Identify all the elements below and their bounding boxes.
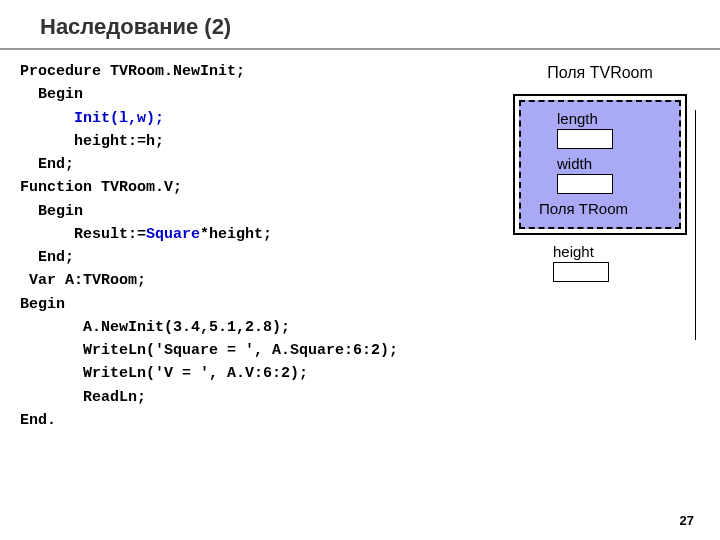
page-number: 27 bbox=[680, 513, 694, 528]
code-line: End. bbox=[20, 412, 56, 429]
code-line: Procedure TVRoom.NewInit; bbox=[20, 63, 245, 80]
code-line: WriteLn('V = ', A.V:6:2); bbox=[20, 365, 308, 382]
troom-box: length width Поля TRoom bbox=[519, 100, 681, 229]
code-line: Var A:TVRoom; bbox=[20, 272, 146, 289]
code-line: WriteLn('Square = ', A.Square:6:2); bbox=[20, 342, 398, 359]
code-line: *height; bbox=[200, 226, 272, 243]
field-label-height: height bbox=[553, 243, 687, 260]
diagram-title: Поля TVRoom bbox=[500, 64, 700, 82]
code-line: A.NewInit(3.4,5.1,2.8); bbox=[20, 319, 290, 336]
code-highlight: Init(l,w); bbox=[74, 110, 164, 127]
field-label-width: width bbox=[557, 155, 669, 172]
code-block: Procedure TVRoom.NewInit; Begin Init(l,w… bbox=[20, 60, 500, 432]
slide-title: Наследование (2) bbox=[0, 0, 720, 50]
code-line: Begin bbox=[20, 86, 83, 103]
tvroom-box: length width Поля TRoom bbox=[513, 94, 687, 235]
code-line: Begin bbox=[20, 296, 65, 313]
troom-label: Поля TRoom bbox=[539, 200, 669, 217]
field-rect bbox=[553, 262, 609, 282]
code-line: ReadLn; bbox=[20, 389, 146, 406]
diagram-area: Поля TVRoom length width Поля TRoom heig… bbox=[500, 60, 700, 432]
right-divider bbox=[695, 110, 696, 340]
code-line: height:=h; bbox=[20, 133, 164, 150]
code-line: End; bbox=[20, 156, 74, 173]
code-line: Begin bbox=[20, 203, 83, 220]
code-line: Function TVRoom.V; bbox=[20, 179, 182, 196]
code-line bbox=[20, 110, 74, 127]
code-highlight: Square bbox=[146, 226, 200, 243]
field-label-length: length bbox=[557, 110, 669, 127]
height-area: height bbox=[513, 243, 687, 282]
field-rect bbox=[557, 129, 613, 149]
content-area: Procedure TVRoom.NewInit; Begin Init(l,w… bbox=[0, 60, 720, 432]
code-line: Result:= bbox=[20, 226, 146, 243]
code-line: End; bbox=[20, 249, 74, 266]
field-rect bbox=[557, 174, 613, 194]
